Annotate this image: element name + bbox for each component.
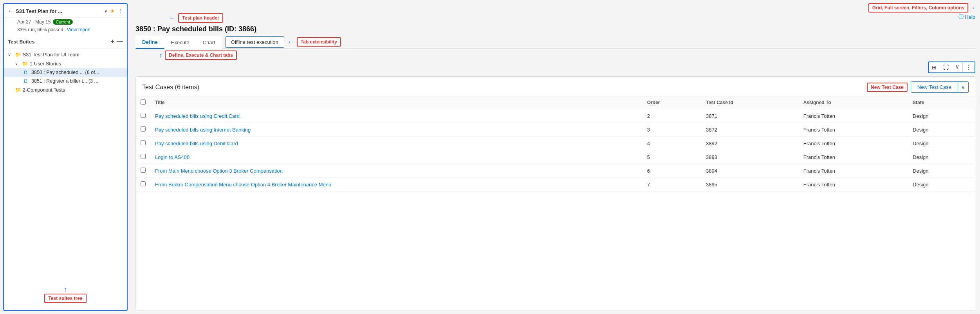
column-options-button[interactable]: ⋮ xyxy=(963,62,975,72)
new-test-case-section: New Test Case New Test Case ∨ xyxy=(867,81,969,93)
suites-header: Test Suites + — xyxy=(4,35,127,49)
date-range: Apr 27 - May 15 xyxy=(17,19,51,25)
main-content: Grid, Full screen, Filters, Column optio… xyxy=(131,0,980,314)
test-cases-scroll-area[interactable]: Title Order Test Case Id Assigned To Sta… xyxy=(136,96,975,310)
row-title[interactable]: Pay scheduled bills using Credit Card xyxy=(150,109,643,123)
tab-offline-test-execution[interactable]: Offline test execution xyxy=(225,36,284,48)
annotation-arrow-up: ↑ xyxy=(64,285,67,294)
row-title[interactable]: Login to AS400 xyxy=(150,150,643,164)
filter-button[interactable]: ⊻ xyxy=(952,62,963,72)
content-title: Test Cases (6 items) xyxy=(142,84,199,91)
row-checkbox[interactable] xyxy=(141,126,146,132)
row-order: 4 xyxy=(643,137,701,150)
row-checkbox[interactable] xyxy=(141,154,146,159)
tab-chart[interactable]: Chart xyxy=(196,36,222,49)
tree-item-3851-label: 3851 : Register a biller t... (3 ... xyxy=(31,78,123,84)
new-test-case-chevron-button[interactable]: ∨ xyxy=(958,82,968,92)
row-state: Design xyxy=(908,123,975,137)
grid-icon: ⊞ xyxy=(932,64,937,70)
tab-define[interactable]: Define xyxy=(135,36,164,49)
star-icon[interactable]: ★ xyxy=(110,8,115,14)
expand-icon: ∨ xyxy=(15,61,20,66)
expand-icon: ∨ xyxy=(8,52,13,57)
header-title: Title xyxy=(150,96,643,109)
annotation-arrow-right: → xyxy=(968,4,975,12)
tree-user-stories-item[interactable]: ∨ 📁 1-User Stories xyxy=(4,59,127,68)
table-header: Title Order Test Case Id Assigned To Sta… xyxy=(136,96,975,109)
row-title[interactable]: From Main Menu choose Option 3 Broker Co… xyxy=(150,164,643,178)
row-order: 3 xyxy=(643,123,701,137)
collapse-suite-icon[interactable]: — xyxy=(117,38,123,45)
suites-annotation-container: ↑ Test suites tree xyxy=(4,282,127,307)
tree-item-3850-label: 3850 : Pay scheduled ... (6 of... xyxy=(31,70,123,75)
annotation-arrow-left: ← xyxy=(169,14,176,22)
header-test-case-id: Test Case Id xyxy=(701,96,799,109)
table-row: From Broker Compensation Menu choose Opt… xyxy=(136,178,975,191)
row-title[interactable]: From Broker Compensation Menu choose Opt… xyxy=(150,178,643,191)
header-order: Order xyxy=(643,96,701,109)
row-checkbox[interactable] xyxy=(141,181,146,186)
select-all-checkbox[interactable] xyxy=(141,99,146,105)
row-assigned-to: Francis Totten xyxy=(799,123,908,137)
table-row: Login to AS40053893Francis TottenDesign xyxy=(136,150,975,164)
sidebar-header: ← S31 Test Plan for ... ∨ ★ ⋮ xyxy=(4,4,127,18)
row-title[interactable]: Pay scheduled bills using Debit Card xyxy=(150,137,643,150)
more-options-icon[interactable]: ⋮ xyxy=(117,8,123,14)
annotation-arrow-up: ↑ xyxy=(159,51,162,60)
row-checkbox[interactable] xyxy=(141,140,146,145)
header-checkbox-cell xyxy=(136,96,150,109)
new-test-case-button-group: New Test Case ∨ xyxy=(911,81,969,93)
filter-icon: ⊻ xyxy=(955,64,959,70)
row-state: Design xyxy=(908,150,975,164)
toolbar-group: ⊞ ⛶ ⊻ ⋮ xyxy=(928,61,975,73)
tab-extensibility-annotation: Tab extensibility xyxy=(297,37,341,47)
tabs-row: Define Execute Chart Offline test execut… xyxy=(135,36,975,49)
sidebar: ← S31 Test Plan for ... ∨ ★ ⋮ Apr 27 - M… xyxy=(3,3,128,311)
new-test-case-button[interactable]: New Test Case xyxy=(911,82,958,92)
plan-header-section: ← Test plan header 3850 : Pay scheduled … xyxy=(135,13,975,33)
tree-item-3850[interactable]: 🗋 3850 : Pay scheduled ... (6 of... xyxy=(4,68,127,77)
row-order: 5 xyxy=(643,150,701,164)
row-checkbox[interactable] xyxy=(141,168,146,173)
tree-component-tests-item[interactable]: 📁 2-Component Tests xyxy=(4,85,127,94)
fullscreen-button[interactable]: ⛶ xyxy=(940,62,952,72)
grid-view-button[interactable]: ⊞ xyxy=(929,62,940,72)
row-checkbox[interactable] xyxy=(141,113,146,118)
test-suites-label: Test Suites xyxy=(8,39,108,45)
help-label: Help xyxy=(965,14,975,20)
row-test-case-id: 3872 xyxy=(701,123,799,137)
more-vert-icon: ⋮ xyxy=(966,64,971,70)
table-row: Pay scheduled bills using Internet Banki… xyxy=(136,123,975,137)
row-test-case-id: 3892 xyxy=(701,137,799,150)
add-suite-icon[interactable]: + xyxy=(111,38,114,45)
suite-icon: 🗋 xyxy=(23,70,30,75)
chevron-down-icon[interactable]: ∨ xyxy=(104,8,108,14)
row-assigned-to: Francis Totten xyxy=(799,178,908,191)
sidebar-plan-title: S31 Test Plan for ... xyxy=(16,8,102,14)
tab-execute[interactable]: Execute xyxy=(164,36,196,49)
test-suites-tree-annotation: Test suites tree xyxy=(44,294,86,303)
component-tests-label: 2-Component Tests xyxy=(23,87,123,93)
user-stories-label: 1-User Stories xyxy=(30,61,123,67)
table-row: From Main Menu choose Option 3 Broker Co… xyxy=(136,164,975,178)
row-state: Design xyxy=(908,137,975,150)
content-header: Test Cases (6 items) New Test Case New T… xyxy=(136,77,975,96)
content-area: Test Cases (6 items) New Test Case New T… xyxy=(135,76,975,311)
help-button[interactable]: ⓘ Help xyxy=(958,13,975,20)
progress-text: 33% run, 66% passed. xyxy=(17,27,65,32)
folder-icon: 📁 xyxy=(15,87,21,93)
sidebar-meta: Apr 27 - May 15 Current 33% run, 66% pas… xyxy=(4,18,127,35)
folder-icon: 📁 xyxy=(22,61,28,67)
back-icon[interactable]: ← xyxy=(8,8,13,14)
folder-icon: 📁 xyxy=(15,52,21,58)
view-report-link[interactable]: View report xyxy=(67,27,90,32)
tree-root-item[interactable]: ∨ 📁 S31 Test Plan for UI Team xyxy=(4,50,127,59)
test-plan-header-annotation: Test plan header xyxy=(178,13,223,23)
plan-title-main: 3850 : Pay scheduled bills (ID: 3866) xyxy=(135,25,256,33)
row-title[interactable]: Pay scheduled bills using Internet Banki… xyxy=(150,123,643,137)
row-state: Design xyxy=(908,109,975,123)
tree-item-3851[interactable]: 🗋 3851 : Register a biller t... (3 ... xyxy=(4,77,127,85)
row-assigned-to: Francis Totten xyxy=(799,109,908,123)
grid-filters-annotation: Grid, Full screen, Filters, Column optio… xyxy=(868,3,968,13)
plan-header-left: ← Test plan header 3850 : Pay scheduled … xyxy=(135,13,256,33)
